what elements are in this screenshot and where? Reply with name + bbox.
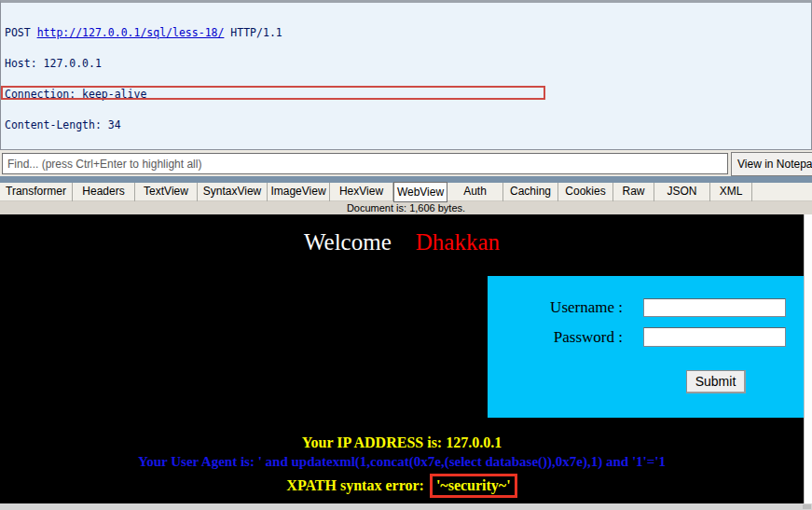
password-field[interactable] [643, 327, 786, 347]
find-input[interactable] [2, 153, 728, 174]
webview-vertical-scrollbar[interactable] [804, 214, 812, 503]
request-url-link[interactable]: http://127.0.0.1/sql/less-18/ [37, 26, 225, 39]
tab-json[interactable]: JSON [654, 183, 710, 201]
tabstrip-filler [752, 183, 812, 201]
fiddler-inspector-window: POST http://127.0.0.1/sql/less-18/ HTTP/… [0, 0, 812, 510]
view-in-notepad-button[interactable]: View in Notepad [731, 152, 812, 176]
webview-bottom-scrollbar[interactable] [0, 503, 812, 510]
tab-auth[interactable]: Auth [447, 183, 503, 201]
inspector-tabstrip: Transformer Headers TextView SyntaxView … [0, 183, 812, 201]
header-connection: Connection: keep-alive [5, 90, 811, 100]
xpath-error-line: XPATH syntax error: '~security~' [0, 474, 804, 498]
tab-caching[interactable]: Caching [503, 183, 558, 201]
tab-cookies[interactable]: Cookies [558, 183, 613, 201]
header-host: Host: 127.0.0.1 [5, 59, 811, 69]
page-title: WelcomeDhakkan [0, 229, 804, 255]
xpath-error-prefix: XPATH syntax error: [286, 477, 428, 493]
tab-hexview[interactable]: HexView [330, 183, 393, 201]
welcome-text: Welcome [304, 229, 392, 255]
request-line-post: POST http://127.0.0.1/sql/less-18/ HTTP/… [5, 28, 811, 38]
tab-transformer[interactable]: Transformer [0, 183, 73, 201]
username-label: Username : [488, 298, 623, 317]
user-agent-echo-line: Your User Agent is: ' and updatexml(1,co… [0, 454, 804, 470]
scrollbar-corner [803, 504, 811, 509]
username-field[interactable] [643, 298, 786, 317]
header-content-length: Content-Length: 34 [5, 120, 811, 131]
security-value-annotation-box: '~security~' [430, 474, 517, 498]
request-http-version: HTTP/1.1 [224, 26, 282, 39]
find-bar: View in Notepad [0, 152, 812, 176]
submit-button[interactable]: Submit [686, 370, 746, 393]
tab-syntaxview[interactable]: SyntaxView [198, 183, 268, 201]
password-label: Password : [488, 328, 623, 347]
login-form-panel: Username : Password : Submit [488, 276, 804, 418]
document-size-status: Document is: 1,606 bytes. [0, 201, 812, 214]
tab-raw[interactable]: Raw [613, 183, 654, 201]
tab-xml[interactable]: XML [710, 183, 752, 201]
tab-webview[interactable]: WebView [393, 182, 447, 202]
ip-address-line: Your IP ADDRESS is: 127.0.0.1 [0, 434, 804, 451]
request-method: POST [5, 26, 37, 39]
tab-headers[interactable]: Headers [73, 183, 135, 201]
dhakkan-text: Dhakkan [416, 229, 500, 255]
webview-rendered-page: WelcomeDhakkan Username : Password : Sub… [0, 214, 812, 503]
tab-imageview[interactable]: ImageView [268, 183, 330, 201]
request-headers-panel: POST http://127.0.0.1/sql/less-18/ HTTP/… [0, 0, 812, 150]
tab-textview[interactable]: TextView [135, 183, 198, 201]
